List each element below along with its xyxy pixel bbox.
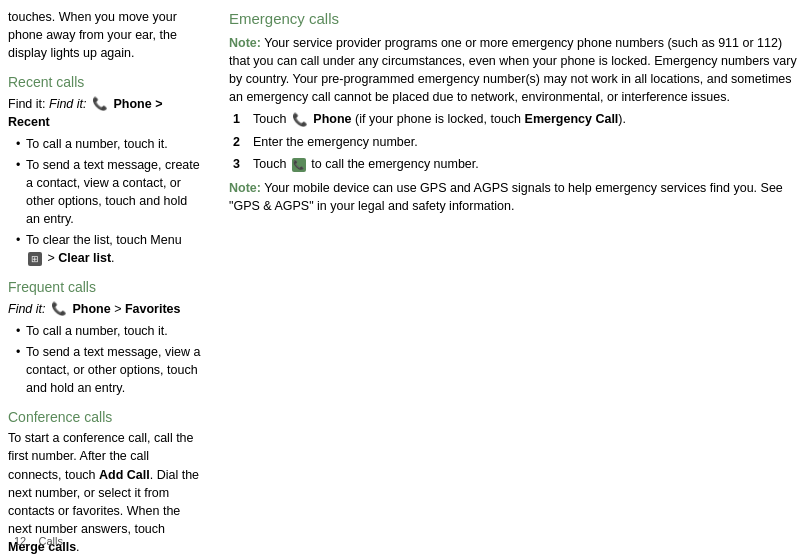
emergency-note1: Note: Your service provider programs one… xyxy=(229,34,798,107)
list-item: To call a number, touch it. xyxy=(16,322,203,340)
phone-icon-frequent: 📞 xyxy=(51,300,67,318)
step2-text: Enter the emergency number. xyxy=(253,133,418,151)
call-icon: 📞 xyxy=(292,158,306,172)
step-num: 1 xyxy=(233,110,249,129)
note1-text: Your service provider programs one or mo… xyxy=(229,36,797,104)
list-item: To clear the list, touch Menu ⊞ > Clear … xyxy=(16,231,203,267)
note2-text: Your mobile device can use GPS and AGPS … xyxy=(229,181,783,213)
step-num: 2 xyxy=(233,133,249,151)
recent-calls-findit: Find it: Find it: 📞 Phone > Recent xyxy=(8,95,203,132)
step1-text: Touch 📞 Phone (if your phone is locked, … xyxy=(253,110,626,129)
emergency-steps: 1 Touch 📞 Phone (if your phone is locked… xyxy=(233,110,798,173)
list-item: To send a text message, create a contact… xyxy=(16,156,203,229)
left-column: touches. When you move your phone away f… xyxy=(0,0,215,556)
phone-icon-recent: 📞 xyxy=(92,95,108,113)
recent-calls-bullets: To call a number, touch it. To send a te… xyxy=(16,135,203,268)
list-item: To send a text message, view a contact, … xyxy=(16,343,203,397)
page-footer: 12 Calls xyxy=(14,534,63,550)
list-item: To call a number, touch it. xyxy=(16,135,203,153)
list-item: 2 Enter the emergency number. xyxy=(233,133,798,151)
intro-text: touches. When you move your phone away f… xyxy=(8,8,203,62)
note2-label: Note: xyxy=(229,181,261,195)
frequent-calls-heading: Frequent calls xyxy=(8,277,203,297)
list-item: 3 Touch 📞 to call the emergency number. xyxy=(233,155,798,173)
findit-label: Find it: Find it: xyxy=(8,97,87,111)
page-label: Calls xyxy=(38,535,62,547)
frequent-calls-bullets: To call a number, touch it. To send a te… xyxy=(16,322,203,398)
emergency-note2: Note: Your mobile device can use GPS and… xyxy=(229,179,798,215)
step-num: 3 xyxy=(233,155,249,173)
recent-calls-heading: Recent calls xyxy=(8,72,203,92)
list-item: 1 Touch 📞 Phone (if your phone is locked… xyxy=(233,110,798,129)
frequent-calls-findit: Find it: 📞 Phone > Favorites xyxy=(8,300,203,319)
step3-text: Touch 📞 to call the emergency number. xyxy=(253,155,479,173)
frequent-calls-findit-text: Phone > Favorites xyxy=(72,302,180,316)
phone-icon-step1: 📞 xyxy=(292,111,308,129)
note1-label: Note: xyxy=(229,36,261,50)
conference-calls-heading: Conference calls xyxy=(8,407,203,427)
emergency-calls-heading: Emergency calls xyxy=(229,8,798,30)
right-column: Emergency calls Note: Your service provi… xyxy=(215,0,810,556)
menu-icon: ⊞ xyxy=(28,252,42,266)
page-number: 12 xyxy=(14,535,26,547)
